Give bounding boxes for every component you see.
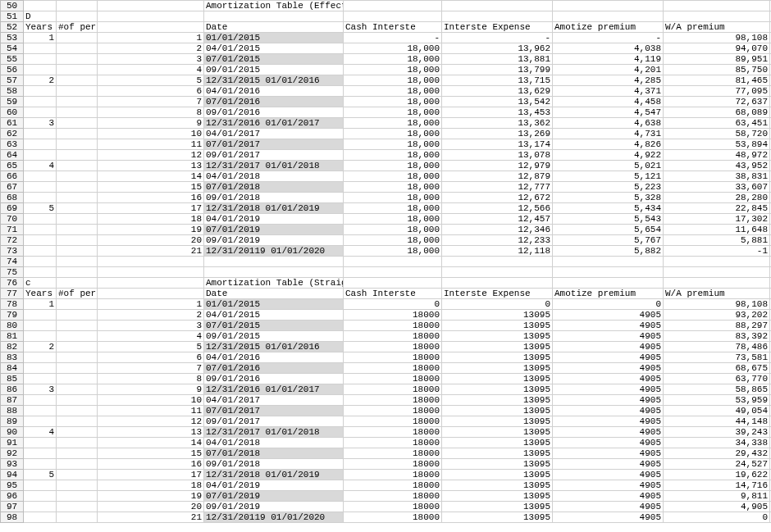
cell-period[interactable]: 5: [98, 342, 204, 352]
cell-cash-interest[interactable]: 18,000: [344, 193, 442, 203]
cell-date[interactable]: 04/01/2019: [204, 214, 344, 225]
cell-wa-premium[interactable]: 72,637: [664, 97, 770, 107]
cell-interest-expense[interactable]: 13095: [442, 395, 553, 406]
row-number[interactable]: 62: [1, 129, 24, 139]
cell-date[interactable]: 12/31/20119 01/01/2020: [204, 246, 344, 257]
cell-date[interactable]: 09/01/2017: [204, 150, 344, 161]
cell-years[interactable]: [24, 502, 57, 512]
cell-period[interactable]: 2: [98, 43, 204, 54]
cell-amortize-premium[interactable]: 5,434: [553, 203, 664, 214]
cell-amortize-premium[interactable]: 4,201: [553, 65, 664, 75]
cell-wa-premium[interactable]: 53,894: [664, 139, 770, 150]
cell-period[interactable]: 6: [98, 352, 204, 363]
cell-years[interactable]: [24, 331, 57, 342]
cell-period[interactable]: 10: [98, 395, 204, 406]
cell-wa-premium[interactable]: 93,202: [664, 310, 770, 321]
cell-cash-interest[interactable]: 18000: [344, 406, 442, 416]
row-number[interactable]: 57: [1, 75, 24, 86]
cell-cash-interest[interactable]: 0: [344, 299, 442, 310]
cell-years[interactable]: [24, 416, 57, 427]
cell-amortize-premium[interactable]: 4,638: [553, 118, 664, 129]
cell-date[interactable]: 07/01/2019: [204, 491, 344, 502]
cell-amortize-premium[interactable]: 4,731: [553, 129, 664, 139]
row-number[interactable]: 69: [1, 203, 24, 214]
cell-amortize-premium[interactable]: 4905: [553, 321, 664, 331]
cell-cash-interest[interactable]: 18000: [344, 438, 442, 448]
cell-years[interactable]: 2: [24, 342, 57, 352]
cell-wa-premium[interactable]: 53,959: [664, 395, 770, 406]
cell-amortize-premium[interactable]: 4905: [553, 310, 664, 321]
cell-wa-premium[interactable]: 88,297: [664, 321, 770, 331]
cell-interest-expense[interactable]: 13095: [442, 502, 553, 512]
cell-years[interactable]: 1: [24, 33, 57, 43]
cell-date[interactable]: 12/31/2016 01/01/2017: [204, 118, 344, 129]
cell-wa-premium[interactable]: 63,451: [664, 118, 770, 129]
cell-years[interactable]: [24, 406, 57, 416]
cell-years[interactable]: 1: [24, 299, 57, 310]
cell-amortize-premium[interactable]: 4905: [553, 480, 664, 491]
cell-cash-interest[interactable]: 18,000: [344, 246, 442, 257]
cell-wa-premium[interactable]: 83,392: [664, 331, 770, 342]
cell-amortize-premium[interactable]: 4,038: [553, 43, 664, 54]
cell-date[interactable]: 04/01/2018: [204, 438, 344, 448]
cell-wa-premium[interactable]: 68,089: [664, 107, 770, 118]
row-number[interactable]: 84: [1, 363, 24, 374]
cell-amortize-premium[interactable]: 4,119: [553, 54, 664, 65]
row-number[interactable]: 59: [1, 97, 24, 107]
cell-amortize-premium[interactable]: 4905: [553, 438, 664, 448]
cell-period[interactable]: 1: [98, 299, 204, 310]
cell-date[interactable]: 04/01/2017: [204, 395, 344, 406]
cell-interest-expense[interactable]: 12,118: [442, 246, 553, 257]
cell-period[interactable]: 11: [98, 139, 204, 150]
cell-interest-expense[interactable]: 13,362: [442, 118, 553, 129]
cell-interest-expense[interactable]: 13095: [442, 331, 553, 342]
cell-interest-expense[interactable]: 13095: [442, 491, 553, 502]
cell-cash-interest[interactable]: 18000: [344, 310, 442, 321]
cell-wa-premium[interactable]: 94,070: [664, 43, 770, 54]
cell-cash-interest[interactable]: 18000: [344, 427, 442, 438]
cell-period[interactable]: 16: [98, 193, 204, 203]
cell-period[interactable]: 12: [98, 416, 204, 427]
cell-date[interactable]: 07/01/2018: [204, 182, 344, 193]
cell-date[interactable]: 01/01/2015: [204, 33, 344, 43]
cell-amortize-premium[interactable]: 5,882: [553, 246, 664, 257]
cell-amortize-premium[interactable]: 4905: [553, 491, 664, 502]
cell-years[interactable]: [24, 480, 57, 491]
spreadsheet-grid[interactable]: 50Amortization Table (Effective interest…: [0, 0, 771, 523]
cell-amortize-premium[interactable]: 5,121: [553, 171, 664, 182]
cell-wa-premium[interactable]: 98,108: [664, 299, 770, 310]
cell-wa-premium[interactable]: 63,770: [664, 374, 770, 384]
row-number[interactable]: 82: [1, 342, 24, 352]
cell-cash-interest[interactable]: 18,000: [344, 43, 442, 54]
cell-period[interactable]: 1: [98, 33, 204, 43]
cell-cash-interest[interactable]: 18,000: [344, 161, 442, 171]
cell-interest-expense[interactable]: 13,453: [442, 107, 553, 118]
cell-period[interactable]: 20: [98, 502, 204, 512]
cell-cash-interest[interactable]: 18,000: [344, 129, 442, 139]
cell-period[interactable]: 4: [98, 65, 204, 75]
cell-interest-expense[interactable]: 13095: [442, 512, 553, 523]
cell-period[interactable]: 15: [98, 448, 204, 459]
cell-wa-premium[interactable]: 85,750: [664, 65, 770, 75]
cell-amortize-premium[interactable]: 4,922: [553, 150, 664, 161]
row-number[interactable]: 55: [1, 54, 24, 65]
cell-amortize-premium[interactable]: 4905: [553, 512, 664, 523]
cell-amortize-premium[interactable]: 4905: [553, 502, 664, 512]
cell-period[interactable]: 16: [98, 459, 204, 470]
cell-amortize-premium[interactable]: 4905: [553, 459, 664, 470]
row-number[interactable]: 93: [1, 459, 24, 470]
cell-cash-interest[interactable]: 18000: [344, 480, 442, 491]
cell-cash-interest[interactable]: 18000: [344, 502, 442, 512]
row-number[interactable]: 87: [1, 395, 24, 406]
cell-period[interactable]: 9: [98, 118, 204, 129]
cell-years[interactable]: [24, 150, 57, 161]
row-number[interactable]: 56: [1, 65, 24, 75]
cell-interest-expense[interactable]: 13095: [442, 363, 553, 374]
row-number[interactable]: 86: [1, 384, 24, 395]
cell-wa-premium[interactable]: 19,622: [664, 470, 770, 480]
cell-cash-interest[interactable]: 18,000: [344, 235, 442, 246]
cell-interest-expense[interactable]: 13,269: [442, 129, 553, 139]
cell-amortize-premium[interactable]: -: [553, 33, 664, 43]
cell-years[interactable]: 3: [24, 118, 57, 129]
cell-years[interactable]: [24, 107, 57, 118]
